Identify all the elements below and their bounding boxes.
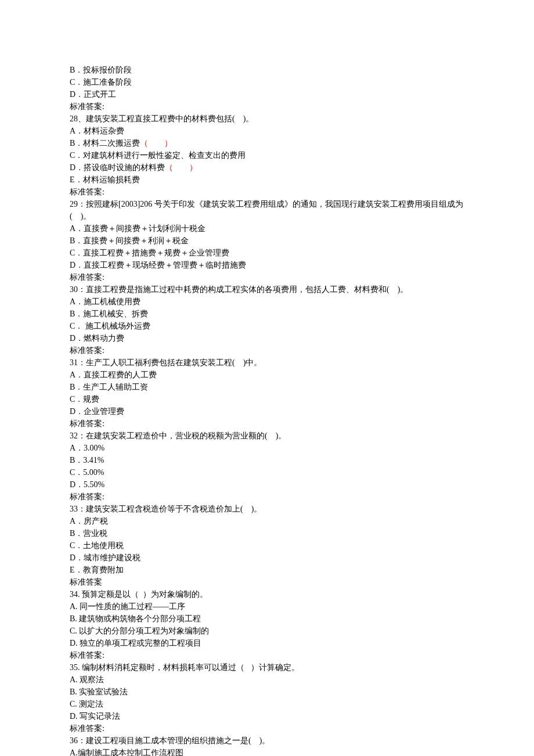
text-line: C. 测定法 <box>70 698 464 710</box>
text-line: D．搭设临时设施的材料费（ ） <box>70 161 464 174</box>
text-line: 34. 预算定额是以（ ）为对象编制的。 <box>70 588 464 600</box>
text-line: A. 观察法 <box>70 674 464 686</box>
text-line: C．直接工程费＋措施费＋规费＋企业管理费 <box>70 247 464 259</box>
text-segment: D．搭设临时设施的材料费 <box>70 163 165 172</box>
red-annotation: （ ） <box>140 139 172 147</box>
text-line: D. 写实记录法 <box>70 710 464 722</box>
text-line: C．土地使用税 <box>70 539 464 552</box>
text-line: B. 实验室试验法 <box>70 686 464 698</box>
document-page: B．投标报价阶段C．施工准备阶段D．正式开工标准答案:28、建筑安装工程直接工程… <box>0 0 534 756</box>
text-line: 33：建筑安装工程含税造价等于不含税造价加上( )。 <box>70 503 464 515</box>
text-line: A．3.00% <box>70 442 464 454</box>
text-line: C. 以扩大的分部分项工程为对象编制的 <box>70 625 464 637</box>
text-line: 32：在建筑安装工程造价中，营业税的税额为营业额的( )。 <box>70 430 464 442</box>
text-line: D．5.50% <box>70 478 464 491</box>
text-line: B．施工机械安、拆费 <box>70 308 464 320</box>
text-line: B．直接费＋间接费＋利润＋税金 <box>70 235 464 247</box>
text-line: A. 同一性质的施工过程——工序 <box>70 600 464 613</box>
text-line: A．施工机械使用费 <box>70 296 464 308</box>
text-line: 标准答案: <box>70 100 464 113</box>
text-line: C．对建筑材料进行一般性鉴定、检查支出的费用 <box>70 149 464 161</box>
text-line: A．直接费＋间接费＋计划利润十税金 <box>70 222 464 235</box>
text-line: A．房产税 <box>70 515 464 527</box>
text-line: 35. 编制材料消耗定额时，材料损耗率可以通过（ ）计算确定。 <box>70 661 464 674</box>
text-line: 标准答案: <box>70 417 464 430</box>
text-line: D．燃料动力费 <box>70 332 464 344</box>
text-line: D．直接工程费＋现场经费＋管理费＋临时措施费 <box>70 259 464 271</box>
text-line: D．企业管理费 <box>70 405 464 417</box>
text-line: D. 独立的单项工程或完整的工程项目 <box>70 637 464 649</box>
text-line: B．投标报价阶段 <box>70 64 464 76</box>
text-line: C．5.00% <box>70 466 464 478</box>
text-line: 29：按照建标[2003]206 号关于印发《建筑安装工程费用组成》的通知，我国… <box>70 198 464 222</box>
red-annotation: （ ） <box>165 163 197 172</box>
text-line: 标准答案: <box>70 344 464 357</box>
text-line: B．营业税 <box>70 527 464 539</box>
text-line: B．3.41% <box>70 454 464 466</box>
text-segment: B．材料二次搬运费 <box>70 139 140 147</box>
text-line: D．城市维护建设税 <box>70 552 464 564</box>
text-line: 标准答案: <box>70 491 464 503</box>
text-line: B．生产工人辅助工资 <box>70 381 464 393</box>
text-line: A．材料运杂费 <box>70 125 464 137</box>
text-line: 标准答案: <box>70 271 464 283</box>
text-line: A.编制施工成本控制工作流程图 <box>70 747 464 756</box>
text-line: E．教育费附加 <box>70 564 464 576</box>
text-line: 30：直接工程费是指施工过程中耗费的构成工程实体的各项费用，包括人工费、材料费和… <box>70 283 464 296</box>
text-line: D．正式开工 <box>70 88 464 100</box>
text-line: 31：生产工人职工福利费包括在建筑安装工程( )中。 <box>70 357 464 369</box>
text-line: 36：建设工程项目施工成本管理的组织措施之一是( )。 <box>70 735 464 747</box>
text-line: A．直接工程费的人工费 <box>70 369 464 381</box>
text-line: 标准答案: <box>70 649 464 661</box>
text-line: C．规费 <box>70 393 464 405</box>
text-line: C． 施工机械场外运费 <box>70 320 464 332</box>
text-line: B．材料二次搬运费（ ） <box>70 137 464 149</box>
text-line: 标准答案: <box>70 722 464 735</box>
text-line: B. 建筑物或构筑物各个分部分项工程 <box>70 613 464 625</box>
text-line: C．施工准备阶段 <box>70 76 464 88</box>
text-line: 28、建筑安装工程直接工程费中的材料费包括( )。 <box>70 113 464 125</box>
text-line: E．材料运输损耗费 <box>70 174 464 186</box>
text-line: 标准答案: <box>70 186 464 198</box>
text-line: 标准答案 <box>70 576 464 588</box>
